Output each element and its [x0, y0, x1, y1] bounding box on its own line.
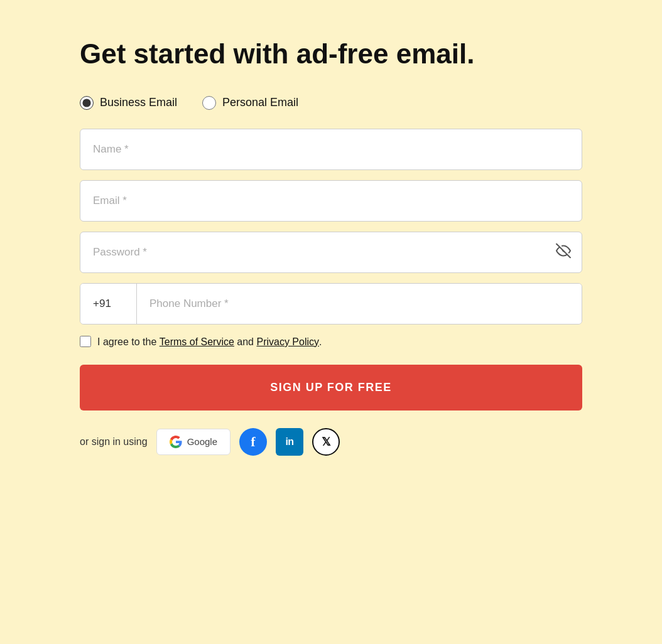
- personal-email-label: Personal Email: [222, 96, 298, 109]
- business-email-label: Business Email: [100, 96, 177, 109]
- terms-of-service-link[interactable]: Terms of Service: [160, 336, 234, 347]
- password-input[interactable]: [80, 232, 582, 273]
- terms-text: I agree to the Terms of Service and Priv…: [97, 335, 322, 350]
- phone-number-input[interactable]: [137, 284, 582, 324]
- facebook-signin-button[interactable]: f: [239, 428, 267, 456]
- x-signin-button[interactable]: 𝕏: [312, 428, 340, 456]
- x-icon: 𝕏: [322, 435, 331, 449]
- social-signin-text: or sign in using: [80, 436, 148, 448]
- toggle-password-icon[interactable]: [556, 243, 571, 261]
- privacy-policy-link[interactable]: Privacy Policy: [256, 336, 319, 347]
- terms-checkbox[interactable]: [80, 336, 91, 347]
- facebook-icon: f: [251, 434, 255, 450]
- email-type-group: Business Email Personal Email: [80, 96, 582, 110]
- google-signin-button[interactable]: Google: [156, 429, 231, 455]
- phone-country-code: +91: [80, 284, 137, 324]
- email-input[interactable]: [80, 180, 582, 222]
- personal-email-option[interactable]: Personal Email: [202, 96, 298, 110]
- business-email-option[interactable]: Business Email: [80, 96, 177, 110]
- linkedin-icon: in: [285, 436, 293, 448]
- personal-email-radio[interactable]: [202, 96, 216, 110]
- signup-button[interactable]: SIGN UP FOR FREE: [80, 365, 582, 411]
- page-title: Get started with ad-free email.: [80, 38, 582, 71]
- password-wrapper: [80, 232, 582, 273]
- google-label: Google: [187, 436, 217, 447]
- main-container: Get started with ad-free email. Business…: [80, 38, 582, 606]
- linkedin-signin-button[interactable]: in: [276, 428, 303, 456]
- social-signin-section: or sign in using Google f in 𝕏: [80, 428, 582, 456]
- phone-row: +91: [80, 283, 582, 325]
- name-input[interactable]: [80, 129, 582, 170]
- google-icon: [170, 436, 182, 448]
- terms-row: I agree to the Terms of Service and Priv…: [80, 335, 582, 350]
- business-email-radio[interactable]: [80, 96, 94, 110]
